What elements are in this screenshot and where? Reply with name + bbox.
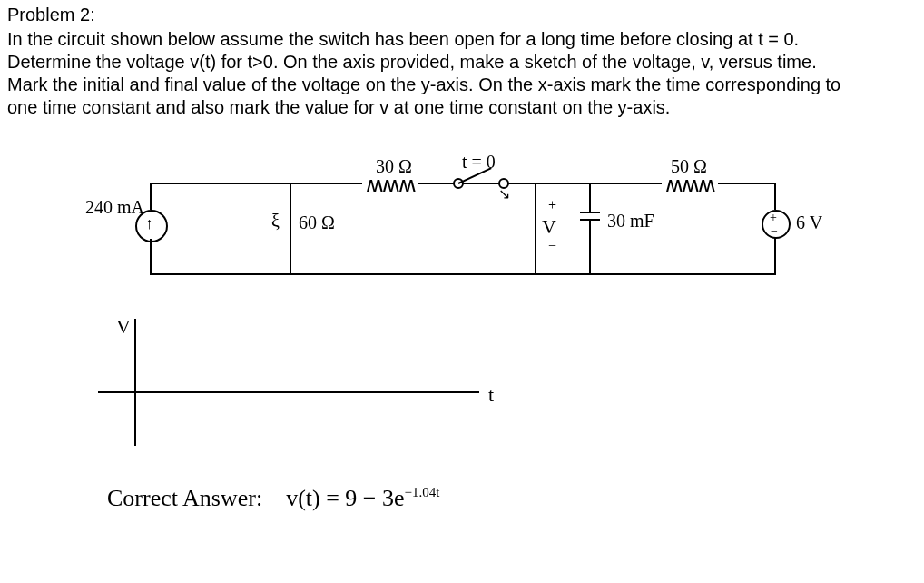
problem-title: Problem 2: bbox=[7, 4, 917, 26]
problem-line: Mark the initial and final value of the … bbox=[7, 74, 917, 96]
r2-label: 30 Ω bbox=[376, 155, 412, 178]
arrow-icon: ↘ bbox=[498, 185, 510, 203]
answer-exponent: −1.04t bbox=[405, 485, 440, 499]
r1-label: 60 Ω bbox=[299, 212, 335, 234]
y-axis bbox=[134, 319, 136, 446]
v-plus: + bbox=[548, 196, 556, 214]
r3-label: 50 Ω bbox=[671, 155, 707, 178]
voltage-source-icon bbox=[762, 210, 791, 239]
correct-answer: Correct Answer: v(t) = 9 − 3e−1.04t bbox=[107, 484, 917, 514]
y-axis-label: V bbox=[116, 314, 131, 340]
problem-line: one time constant and also mark the valu… bbox=[7, 96, 917, 119]
problem-line: Determine the voltage v(t) for t>0. On t… bbox=[7, 51, 917, 74]
voltage-source-label: 6 V bbox=[796, 212, 822, 234]
r3-icon: ʍʍʍ bbox=[662, 179, 718, 190]
problem-statement: In the circuit shown below assume the sw… bbox=[7, 28, 917, 119]
switch-time-label: t = 0 bbox=[462, 151, 496, 173]
x-axis-label: t bbox=[488, 382, 494, 408]
answer-expression: v(t) = 9 − 3e bbox=[286, 485, 404, 511]
cap-label: 30 mF bbox=[607, 210, 654, 232]
current-source-label: 240 mA bbox=[85, 196, 144, 219]
v-symbol: V bbox=[542, 214, 556, 240]
x-axis bbox=[98, 391, 479, 393]
r2-icon: ʍʍʍ bbox=[362, 179, 418, 190]
graph-axes: V t bbox=[98, 319, 497, 464]
circuit-diagram: 240 mA ξ 60 Ω ʍʍʍ 30 Ω t = 0 ↘ + V − 30 … bbox=[135, 146, 789, 292]
v-minus: − bbox=[548, 237, 556, 255]
answer-label: Correct Answer: bbox=[107, 485, 262, 511]
capacitor-icon bbox=[580, 212, 600, 213]
problem-line: In the circuit shown below assume the sw… bbox=[7, 28, 917, 51]
